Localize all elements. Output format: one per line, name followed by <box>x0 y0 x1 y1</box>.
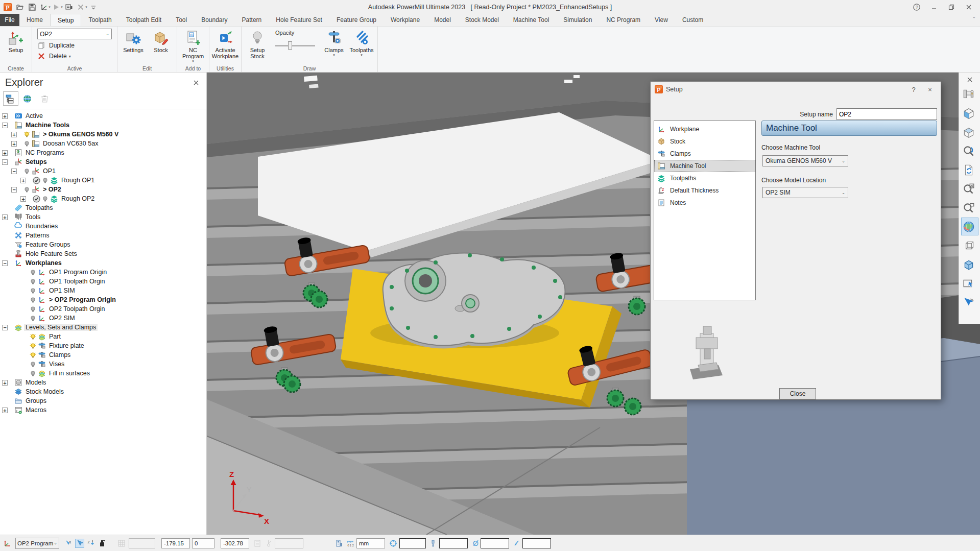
close-explorer-icon[interactable] <box>192 79 200 87</box>
bulb-off-icon[interactable] <box>23 168 30 175</box>
expand-toggle[interactable]: − <box>2 325 8 330</box>
expand-toggle[interactable]: + <box>2 150 8 156</box>
active-workplane-dropdown[interactable]: OP2 Program ⌄ <box>15 538 59 549</box>
view-toolbar-button[interactable] <box>961 180 978 198</box>
target-icon[interactable] <box>389 539 397 547</box>
view-toolbar-button[interactable] <box>961 123 978 141</box>
ribbon-tab[interactable]: NC Program <box>599 14 648 26</box>
ribbon-button[interactable]: G NC Program ▾ <box>179 28 207 63</box>
quick-access-button[interactable]: ▾ <box>28 2 38 12</box>
view-toolbar-button[interactable] <box>961 161 978 179</box>
grid-size-field[interactable] <box>129 538 155 548</box>
expand-toggle[interactable]: + <box>2 380 8 386</box>
ribbon-tab[interactable]: Setup <box>50 14 81 26</box>
tree-item[interactable]: OP1 Toolpath Orgin <box>0 277 206 286</box>
tool-name-field[interactable] <box>439 538 468 548</box>
dialog-nav-item[interactable]: Clamps <box>654 148 755 160</box>
expand-toggle[interactable]: − <box>11 187 17 193</box>
units-field[interactable]: mm <box>356 538 385 548</box>
tree-item[interactable]: OP1 Program Origin <box>0 268 206 277</box>
tree-item[interactable]: − > OP2 <box>0 185 206 194</box>
tab-file[interactable]: File <box>0 14 19 26</box>
bulb-off-icon[interactable] <box>30 278 36 285</box>
tree-item[interactable]: − Levels, Sets and Clamps <box>0 323 206 332</box>
close-view-toolbar-icon[interactable] <box>966 76 974 84</box>
view-toolbar-button[interactable] <box>961 293 978 311</box>
tree-item[interactable]: − OP1 <box>0 166 206 176</box>
expand-toggle[interactable]: − <box>2 123 8 128</box>
target-field[interactable] <box>399 538 426 548</box>
explorer-toolbar-button[interactable] <box>38 91 53 106</box>
dialog-nav-item[interactable]: Workplane <box>654 123 755 135</box>
window-control-button[interactable]: ? <box>909 1 926 13</box>
tree-item[interactable]: Patterns <box>0 231 206 240</box>
collapse-ribbon-icon[interactable]: ⌃ <box>972 16 976 21</box>
tree-item[interactable]: Hole Feature Sets <box>0 249 206 258</box>
tree-item[interactable]: Vises <box>0 360 206 369</box>
active-setup-combobox[interactable]: OP2 ⌄ <box>37 29 112 39</box>
expand-toggle[interactable]: + <box>20 196 26 202</box>
tree-item[interactable]: Clamps <box>0 350 206 360</box>
z-level-tool-icon[interactable]: Z <box>87 539 95 547</box>
bulb-off-icon[interactable] <box>23 186 30 193</box>
bulb-off-icon[interactable] <box>42 196 49 202</box>
view-toolbar-button[interactable] <box>961 142 978 160</box>
quick-access-button[interactable]: ▾ <box>64 2 75 12</box>
bulb-on-icon[interactable] <box>30 352 36 358</box>
setup-name-input[interactable] <box>836 108 937 120</box>
probe-field[interactable] <box>275 538 303 548</box>
bulb-on-icon[interactable] <box>30 343 36 349</box>
duplicate-button[interactable]: Duplicate <box>37 41 112 50</box>
expand-toggle[interactable]: + <box>2 113 8 119</box>
expand-toggle[interactable]: + <box>2 408 8 413</box>
dialog-nav-item[interactable]: Z Default Thickness <box>654 184 755 197</box>
ruler-units-icon[interactable]: 0 1 2 <box>346 539 354 547</box>
ribbon-button[interactable]: Settings ▾ <box>119 28 147 57</box>
bulb-off-icon[interactable] <box>42 177 49 184</box>
expand-toggle[interactable]: + <box>11 141 17 147</box>
bulb-on-icon[interactable] <box>30 333 36 340</box>
quick-access-button[interactable]: P▾ <box>3 2 14 12</box>
probe-icon[interactable] <box>265 539 273 547</box>
dialog-nav-item[interactable]: Machine Tool <box>654 160 755 172</box>
tree-item[interactable]: OP2 SIM <box>0 314 206 323</box>
window-control-button[interactable] <box>943 1 961 13</box>
bulb-off-icon[interactable] <box>30 370 36 377</box>
view-toolbar-button[interactable] <box>961 218 978 235</box>
tree-item[interactable]: + G NC Programs <box>0 148 206 157</box>
ribbon-tab[interactable]: Pattern <box>235 14 269 26</box>
ribbon-tab[interactable]: View <box>648 14 675 26</box>
tree-item[interactable]: + Doosan VC630 5ax <box>0 139 206 148</box>
quick-access-button[interactable]: ▾ <box>52 2 63 12</box>
ribbon-tab[interactable]: Hole Feature Set <box>269 14 329 26</box>
tree-item[interactable]: + Active <box>0 111 206 121</box>
tree-item[interactable]: OP2 Toolpath Orgin <box>0 304 206 314</box>
quick-access-button[interactable]: ▾ <box>40 2 51 12</box>
tool-diameter-field[interactable] <box>481 538 509 548</box>
tree-item[interactable]: − Setups <box>0 157 206 166</box>
dialog-help-icon[interactable]: ? <box>907 86 920 93</box>
view-toolbar-button[interactable] <box>961 104 978 122</box>
x-coordinate-field[interactable]: -179.15 <box>161 538 190 548</box>
ribbon-button[interactable]: Toolpaths ▾ <box>348 28 375 57</box>
expand-toggle[interactable]: − <box>2 159 8 165</box>
ribbon-tab[interactable]: Toolpath Edit <box>119 14 169 26</box>
tree-item[interactable]: Toolpaths <box>0 203 206 212</box>
cursor-x-tool-icon[interactable]: X <box>64 539 73 547</box>
tree-item[interactable]: Fixture plate <box>0 341 206 350</box>
delete-button[interactable]: Delete ▾ <box>37 52 112 61</box>
view-toolbar-button[interactable] <box>961 255 978 273</box>
bulb-on-icon[interactable] <box>23 131 30 138</box>
expand-toggle[interactable]: − <box>11 169 17 174</box>
ribbon-button[interactable]: Setup ▾ <box>2 28 30 57</box>
ribbon-tab[interactable]: Model <box>427 14 458 26</box>
opacity-slider-thumb[interactable] <box>288 41 292 50</box>
tree-item[interactable]: Fill in surfaces <box>0 369 206 378</box>
ribbon-tab[interactable]: Workplane <box>384 14 427 26</box>
close-button[interactable]: Close <box>779 388 816 399</box>
bulb-off-icon[interactable] <box>30 315 36 322</box>
dialog-titlebar[interactable]: P Setup ? × <box>651 82 941 97</box>
ribbon-tab[interactable]: Boundary <box>194 14 234 26</box>
bulb-off-icon[interactable] <box>30 269 36 276</box>
tree-item[interactable]: + Rough OP1 <box>0 176 206 185</box>
